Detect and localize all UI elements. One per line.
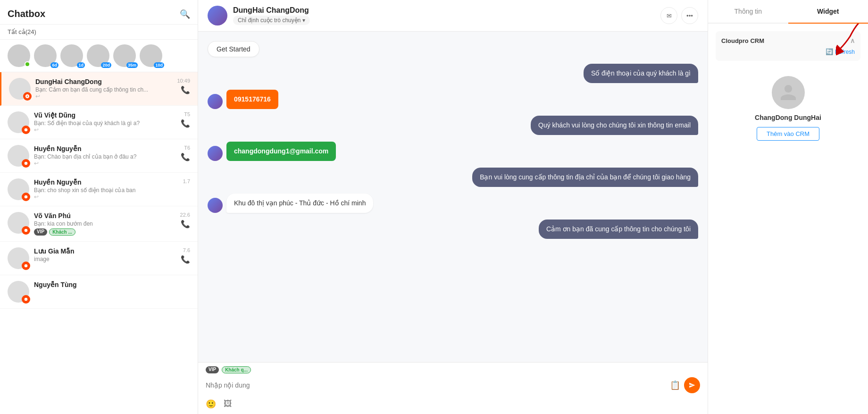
online-user[interactable]: 10d xyxy=(140,44,162,67)
sidebar-title: Chatbox xyxy=(8,8,45,19)
time-badge: 10d xyxy=(154,62,164,68)
tags-row: VIP Khách ... xyxy=(34,228,167,236)
list-item[interactable]: Huyền Nguyễn Bạn: cho shop xin số điện t… xyxy=(0,173,198,206)
search-icon[interactable]: 🔍 xyxy=(180,9,190,19)
crm-section: Cloudpro CRM ∧ 🔄 Refresh xyxy=(716,31,860,61)
get-started-message: Get Started xyxy=(208,41,259,57)
messages-area: Get Started Số điện thoại của quý khách … xyxy=(198,32,708,362)
list-item[interactable]: DungHai ChangDong Bạn: Cảm ơn bạn đã cun… xyxy=(0,72,198,106)
message-avatar xyxy=(208,146,223,161)
platform-icon xyxy=(22,193,30,201)
chat-time: 10:49 xyxy=(177,78,190,84)
crm-section-title: Cloudpro CRM xyxy=(721,37,764,44)
chat-info: Huyền Nguyễn Bạn: Chào bạn địa chỉ của b… xyxy=(34,145,167,167)
attachment-icon[interactable]: 📋 xyxy=(670,380,680,390)
chat-preview: Bạn: kia con bướm đen xyxy=(34,220,167,227)
message-bubble: Cảm ơn bạn đã cung cấp thông tin cho chú… xyxy=(539,220,698,239)
chat-time: 7.6 xyxy=(183,247,190,253)
chat-avatar xyxy=(8,145,29,167)
chat-info: Vũ Việt Dũng Bạn: Số điện thoại của quý … xyxy=(34,111,167,133)
online-user[interactable]: 1d xyxy=(60,44,83,67)
crm-profile: ChangDong DungHai Thêm vào CRM xyxy=(716,67,860,145)
message-row: Số điện thoại của quý khách là gì xyxy=(208,64,698,83)
online-users-row: 6d 1d 20d 35m 10d xyxy=(0,40,198,72)
crm-avatar xyxy=(772,76,805,109)
online-badge xyxy=(25,61,30,67)
assign-conversation-btn[interactable]: Chỉ định cuộc trò chuyện ▾ xyxy=(233,16,310,25)
online-user[interactable] xyxy=(8,44,30,67)
input-actions: 📋 xyxy=(670,377,700,393)
image-icon[interactable]: 🖼 xyxy=(224,399,232,409)
chat-name: DungHai ChangDong xyxy=(35,78,167,85)
online-user[interactable]: 6d xyxy=(34,44,57,67)
assign-label: Chỉ định cuộc trò chuyện xyxy=(238,17,300,24)
reply-icon: ↩ xyxy=(34,194,167,200)
reply-icon: ↩ xyxy=(35,93,167,100)
chat-meta: 22.6 📞 xyxy=(167,212,190,228)
chat-avatar xyxy=(8,281,29,303)
chat-header-avatar xyxy=(208,6,227,25)
reply-icon: ↩ xyxy=(34,160,167,167)
chat-info: Lưu Gia Mẫn image xyxy=(34,247,167,262)
tag-vip: VIP xyxy=(34,228,47,236)
chat-time: 22.6 xyxy=(180,212,190,218)
chat-meta: 7.6 📞 xyxy=(167,247,190,264)
online-user[interactable]: 20d xyxy=(87,44,109,67)
time-badge: 20d xyxy=(101,62,111,68)
chat-main: DungHai ChangDong Chỉ định cuộc trò chuy… xyxy=(198,0,708,414)
list-item[interactable]: Huyền Nguyễn Bạn: Chào bạn địa chỉ của b… xyxy=(0,139,198,173)
message-row: Bạn vui lòng cung cấp thông tin địa chỉ … xyxy=(208,168,698,187)
add-to-crm-button[interactable]: Thêm vào CRM xyxy=(757,127,819,141)
tag-vip: VIP xyxy=(206,366,219,373)
phone-icon: 📞 xyxy=(181,85,190,94)
refresh-icon: 🔄 xyxy=(826,48,833,55)
chat-info: Huyền Nguyễn Bạn: cho shop xin số điện t… xyxy=(34,178,167,200)
right-content: Cloudpro CRM ∧ 🔄 Refresh xyxy=(708,24,868,414)
right-tabs: Thông tin Widget xyxy=(708,0,868,24)
list-item[interactable]: Lưu Gia Mẫn image 7.6 📞 xyxy=(0,242,198,275)
chat-avatar xyxy=(8,247,29,269)
tab-widget[interactable]: Widget xyxy=(788,0,868,24)
platform-icon xyxy=(22,295,30,304)
sidebar-filter: Tất cả(24) xyxy=(0,25,198,40)
platform-icon xyxy=(22,226,30,235)
svg-point-2 xyxy=(25,195,28,199)
chat-preview: image xyxy=(34,256,167,262)
phone-icon: 📞 xyxy=(181,255,190,264)
platform-icon xyxy=(22,262,30,270)
svg-point-3 xyxy=(25,229,28,232)
chevron-down-icon: ▾ xyxy=(302,17,305,24)
message-row: changdongdung1@gmail.com xyxy=(208,142,698,161)
chat-header: DungHai ChangDong Chỉ định cuộc trò chuy… xyxy=(198,0,708,32)
chat-avatar xyxy=(8,111,29,133)
chat-info: Nguyễn Tùng xyxy=(34,281,167,289)
chat-preview: Bạn: Cảm ơn bạn đã cung cấp thông tin ch… xyxy=(35,86,167,93)
message-avatar xyxy=(208,94,223,109)
list-item[interactable]: Nguyễn Tùng xyxy=(0,275,198,309)
crm-profile-name: ChangDong DungHai xyxy=(755,114,821,121)
chat-preview: Bạn: Số điện thoại của quý khách là gì a… xyxy=(34,120,167,127)
email-button[interactable]: ✉ xyxy=(660,7,677,24)
chat-name: Lưu Gia Mẫn xyxy=(34,247,167,255)
time-badge: 35m xyxy=(126,62,138,68)
chat-meta: T5 📞 xyxy=(167,111,190,128)
bottom-icons: 🙂 🖼 xyxy=(198,397,708,414)
chat-time: 1.7 xyxy=(183,178,190,184)
send-button[interactable] xyxy=(684,377,700,393)
list-item[interactable]: Võ Văn Phú Bạn: kia con bướm đen VIP Khá… xyxy=(0,206,198,242)
emoji-icon[interactable]: 🙂 xyxy=(206,399,216,409)
tab-thong-tin[interactable]: Thông tin xyxy=(708,0,788,24)
reply-icon: ↩ xyxy=(34,127,167,133)
chat-name: Nguyễn Tùng xyxy=(34,281,167,288)
svg-point-0 xyxy=(25,128,28,132)
list-item[interactable]: Vũ Việt Dũng Bạn: Số điện thoại của quý … xyxy=(0,106,198,139)
message-input[interactable] xyxy=(206,381,665,389)
online-user[interactable]: 35m xyxy=(113,44,136,67)
message-row: Get Started xyxy=(208,41,698,57)
more-options-button[interactable]: ••• xyxy=(681,7,698,24)
svg-point-5 xyxy=(25,298,28,301)
message-row: 0915176716 xyxy=(208,90,698,109)
chat-info: Võ Văn Phú Bạn: kia con bướm đen VIP Khá… xyxy=(34,212,167,236)
chat-name: Vũ Việt Dũng xyxy=(34,111,167,119)
time-badge: 6d xyxy=(50,62,58,68)
